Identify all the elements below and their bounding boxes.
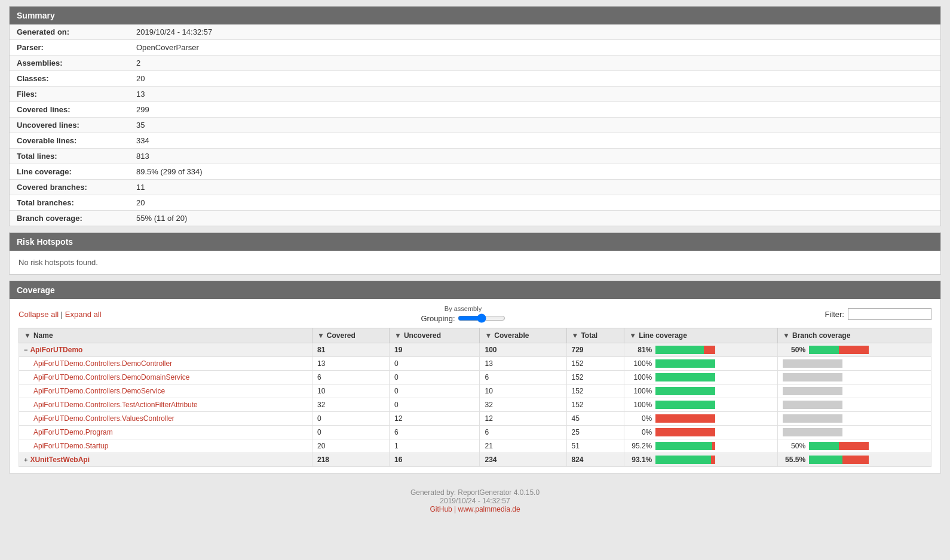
- col-header-name[interactable]: ▼Name: [19, 328, 312, 343]
- toggle-icon[interactable]: +: [24, 456, 27, 463]
- cell-coverable: 32: [480, 398, 566, 412]
- line-coverage-text: 93.1%: [629, 456, 652, 464]
- branch-bar-green: [809, 456, 842, 464]
- class-link[interactable]: ApiForUTDemo.Program: [24, 428, 113, 436]
- summary-value: 89.5% (299 of 334): [129, 164, 940, 180]
- branch-coverage-text: 50%: [783, 346, 805, 354]
- filter-label: Filter:: [825, 310, 844, 319]
- col-header-covered[interactable]: ▼Covered: [312, 328, 389, 343]
- coverage-item-row: ApiForUTDemo.Controllers.DemoService1001…: [19, 384, 931, 398]
- grouping-by-label: By assembly: [445, 305, 482, 312]
- cell-line-coverage: 100%: [624, 398, 778, 412]
- expand-all-link[interactable]: Expand all: [65, 310, 102, 319]
- risk-hotspots-header: Risk Hotspots: [10, 233, 940, 251]
- assembly-link[interactable]: ApiForUTDemo: [30, 346, 82, 354]
- coverage-item-row: ApiForUTDemo.Program06625 0%: [19, 426, 931, 439]
- cell-line-coverage: 100%: [624, 384, 778, 398]
- filter-input[interactable]: [848, 308, 931, 320]
- cell-uncovered: 1: [390, 439, 480, 453]
- summary-section: Summary Generated on:2019/10/24 - 14:32:…: [9, 6, 941, 226]
- bar-green: [655, 442, 712, 450]
- coverage-table: ▼Name▼Covered▼Uncovered▼Coverable▼Total▼…: [19, 328, 931, 467]
- class-link[interactable]: ApiForUTDemo.Controllers.TestActionFilte…: [24, 401, 198, 409]
- bar-green: [655, 359, 715, 368]
- class-link[interactable]: ApiForUTDemo.Controllers.ValuesControlle…: [24, 414, 174, 423]
- toggle-icon[interactable]: −: [24, 346, 27, 353]
- summary-value: 20: [129, 195, 940, 211]
- cell-uncovered: 0: [390, 357, 480, 371]
- line-coverage-bar: [655, 346, 715, 354]
- assembly-link[interactable]: XUnitTestWebApi: [30, 456, 90, 464]
- line-coverage-bar: [655, 359, 715, 368]
- summary-value: 13: [129, 87, 940, 102]
- summary-value: 813: [129, 149, 940, 164]
- class-link[interactable]: ApiForUTDemo.Controllers.DemoService: [24, 387, 165, 395]
- summary-row: Covered lines:299: [10, 102, 940, 118]
- coverage-name-cell: ApiForUTDemo.Controllers.DemoController: [19, 357, 312, 371]
- branch-coverage-bar: [809, 442, 869, 450]
- footer-line1: Generated by: ReportGenerator 4.0.15.0: [9, 488, 941, 497]
- col-header-line_coverage[interactable]: ▼Line coverage: [624, 328, 778, 343]
- bar-green: [655, 387, 715, 395]
- summary-row: Branch coverage:55% (11 of 20): [10, 211, 940, 226]
- coverage-name-cell: ApiForUTDemo.Startup: [19, 439, 312, 453]
- cell-branch-coverage: 50%: [778, 343, 931, 357]
- branch-coverage-text: 50%: [783, 442, 805, 450]
- line-coverage-bar: [655, 442, 715, 450]
- sort-arrow: ▼: [485, 331, 492, 340]
- cell-coverable: 234: [480, 453, 566, 467]
- cell-covered: 20: [312, 439, 389, 453]
- line-coverage-text: 0%: [629, 428, 652, 436]
- summary-value: 55% (11 of 20): [129, 211, 940, 226]
- cell-coverable: 13: [480, 357, 566, 371]
- cell-uncovered: 0: [390, 398, 480, 412]
- footer-link[interactable]: GitHub | www.palmmedia.de: [430, 505, 520, 513]
- cell-uncovered: 6: [390, 426, 480, 439]
- summary-value: 2019/10/24 - 14:32:57: [129, 24, 940, 40]
- col-header-coverable[interactable]: ▼Coverable: [480, 328, 566, 343]
- coverage-body: Collapse all | Expand all By assembly Gr…: [10, 299, 940, 473]
- branch-coverage-text: 55.5%: [783, 456, 805, 464]
- no-risk-text: No risk hotspots found.: [19, 258, 931, 267]
- coverage-name-cell: ApiForUTDemo.Controllers.DemoService: [19, 384, 312, 398]
- summary-label: Generated on:: [10, 24, 129, 40]
- cell-covered: 13: [312, 357, 389, 371]
- coverage-controls: Collapse all | Expand all By assembly Gr…: [19, 305, 931, 323]
- cell-covered: 32: [312, 398, 389, 412]
- class-link[interactable]: ApiForUTDemo.Controllers.DemoDomainServi…: [24, 373, 189, 381]
- summary-value: OpenCoverParser: [129, 40, 940, 56]
- class-link[interactable]: ApiForUTDemo.Controllers.DemoController: [24, 359, 172, 368]
- summary-label: Coverable lines:: [10, 133, 129, 149]
- collapse-all-link[interactable]: Collapse all: [19, 310, 59, 319]
- cell-total: 152: [566, 384, 624, 398]
- grouping-slider[interactable]: [458, 313, 505, 323]
- summary-label: Branch coverage:: [10, 211, 129, 226]
- summary-row: Uncovered lines:35: [10, 118, 940, 133]
- sort-arrow: ▼: [317, 331, 324, 340]
- footer-line2: 2019/10/24 - 14:32:57: [9, 497, 941, 505]
- summary-row: Line coverage:89.5% (299 of 334): [10, 164, 940, 180]
- cell-total: 45: [566, 412, 624, 426]
- class-link[interactable]: ApiForUTDemo.Startup: [24, 442, 108, 450]
- summary-row: Classes:20: [10, 71, 940, 87]
- summary-value: 299: [129, 102, 940, 118]
- line-coverage-text: 100%: [629, 387, 652, 395]
- summary-row: Covered branches:11: [10, 180, 940, 195]
- branch-coverage-bar-empty: [783, 401, 842, 409]
- bar-red: [712, 442, 715, 450]
- summary-label: Total lines:: [10, 149, 129, 164]
- col-header-uncovered[interactable]: ▼Uncovered: [390, 328, 480, 343]
- line-coverage-text: 81%: [629, 346, 652, 354]
- cell-uncovered: 19: [390, 343, 480, 357]
- cell-line-coverage: 0%: [624, 426, 778, 439]
- summary-value: 2: [129, 56, 940, 71]
- col-header-total[interactable]: ▼Total: [566, 328, 624, 343]
- coverage-name-cell: −ApiForUTDemo: [19, 343, 312, 357]
- summary-row: Generated on:2019/10/24 - 14:32:57: [10, 24, 940, 40]
- coverage-name-cell: ApiForUTDemo.Controllers.ValuesControlle…: [19, 412, 312, 426]
- cell-line-coverage: 100%: [624, 357, 778, 371]
- coverage-item-row: ApiForUTDemo.Controllers.TestActionFilte…: [19, 398, 931, 412]
- col-header-branch_coverage[interactable]: ▼Branch coverage: [778, 328, 931, 343]
- summary-value: 334: [129, 133, 940, 149]
- cell-uncovered: 16: [390, 453, 480, 467]
